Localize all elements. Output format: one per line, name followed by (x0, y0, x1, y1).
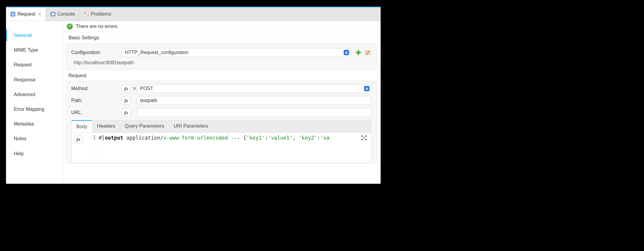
request-section: Method: fx ⵌ Path: fx ⵌ URL: fx (66, 81, 377, 163)
sidebar-item-label: Metadata (14, 121, 34, 126)
code-token: 'key1' (246, 135, 265, 141)
main-body: General MIME Type Request Response Advan… (6, 21, 381, 184)
code-token: application/ (123, 135, 163, 141)
basic-settings-section: Configuration: (66, 44, 377, 70)
status-bar: ✓ There are no errors. (63, 21, 379, 32)
svg-point-12 (366, 135, 367, 137)
code-token: #[ (99, 135, 105, 141)
status-text: There are no errors. (76, 24, 118, 29)
request-subtabs: Body Headers Query Parameters URI Parame… (71, 120, 371, 132)
subtab-query-parameters[interactable]: Query Parameters (120, 120, 169, 132)
fx-button[interactable]: fx (122, 108, 131, 117)
svg-rect-4 (84, 12, 88, 16)
add-icon[interactable] (355, 49, 362, 56)
editor-left-gutter: fx (72, 133, 85, 163)
path-input[interactable] (137, 96, 371, 105)
top-tab-bar: Request ✕ Console Problems (6, 8, 381, 21)
tab-request-label: Request (17, 11, 35, 17)
svg-rect-8 (356, 52, 361, 53)
sidebar-item-label: Error Mapping (14, 107, 44, 112)
sidebar-item-request[interactable]: Request (6, 59, 63, 71)
code-token: : (265, 135, 268, 141)
main-panel: ✓ There are no errors. Basic Settings Co… (63, 21, 381, 184)
tab-request[interactable]: Request ✕ (6, 8, 46, 21)
fx-button[interactable]: fx (122, 84, 131, 93)
sidebar-item-response[interactable]: Response (6, 74, 63, 86)
line-number-gutter: 1 (85, 133, 96, 163)
console-icon (50, 11, 56, 17)
sidebar-item-notes[interactable]: Notes (6, 133, 63, 144)
sidebar-item-advanced[interactable]: Advanced (6, 89, 63, 100)
close-icon[interactable]: ✕ (38, 12, 41, 17)
subtab-label: Headers (97, 123, 115, 129)
body-editor: fx 1 #[output application/x-www-form-url… (71, 132, 371, 163)
tab-console[interactable]: Console (46, 8, 80, 21)
sidebar-item-label: Help (14, 151, 24, 156)
problems-icon (84, 11, 89, 17)
basic-settings-title: Basic Settings (69, 35, 379, 41)
code-token: , (293, 135, 299, 141)
globe-icon (10, 11, 16, 17)
sidebar-item-label: Advanced (14, 92, 35, 97)
sidebar-item-label: General (14, 33, 32, 38)
sidebar-item-label: MIME Type (14, 47, 38, 53)
line-number: 1 (85, 135, 96, 141)
code-editor[interactable]: #[output application/x-www-form-urlencod… (96, 133, 357, 163)
map-icon[interactable] (361, 135, 367, 141)
svg-point-10 (361, 135, 363, 137)
svg-point-5 (85, 13, 86, 14)
subtab-label: Query Parameters (125, 123, 164, 129)
sidebar-item-general[interactable]: General (6, 29, 63, 41)
sidebar-item-metadata[interactable]: Metadata (6, 118, 63, 130)
svg-point-6 (87, 14, 88, 16)
fx-button[interactable]: fx (74, 135, 83, 144)
svg-point-11 (361, 139, 363, 140)
path-label: Path: (71, 98, 122, 103)
subtab-body[interactable]: Body (72, 120, 92, 132)
edit-icon[interactable] (365, 49, 371, 56)
path-row: Path: fx ⵌ (71, 96, 371, 105)
tab-problems-label: Problems (91, 11, 111, 17)
request-section-title: Request (69, 73, 379, 78)
subtab-label: URI Parameters (174, 123, 208, 129)
sidebar-item-error-mapping[interactable]: Error Mapping (6, 103, 63, 115)
svg-point-13 (366, 139, 367, 140)
sidebar: General MIME Type Request Response Advan… (6, 21, 63, 184)
configuration-select[interactable] (122, 48, 351, 57)
tab-console-label: Console (57, 11, 75, 17)
url-input[interactable] (137, 108, 371, 117)
code-token: 'value1' (268, 135, 293, 141)
code-token: : (317, 135, 320, 141)
tab-problems[interactable]: Problems (79, 8, 115, 21)
sidebar-item-label: Request (14, 62, 32, 67)
code-token: 'key2' (299, 135, 317, 141)
subtab-uri-parameters[interactable]: URI Parameters (169, 120, 213, 132)
method-select[interactable] (137, 84, 371, 93)
expression-marker-icon: ⵌ (133, 86, 136, 91)
code-token: 'va (320, 135, 330, 141)
svg-rect-3 (51, 13, 55, 16)
configuration-label: Configuration: (71, 50, 122, 55)
method-label: Method: (71, 86, 122, 91)
editor-right-gutter (357, 133, 371, 163)
sidebar-item-mime-type[interactable]: MIME Type (6, 44, 63, 56)
check-icon: ✓ (67, 23, 73, 29)
method-row: Method: fx ⵌ (71, 84, 371, 93)
url-row: URL: fx ⵌ (71, 108, 371, 117)
sidebar-item-label: Notes (14, 136, 26, 141)
configuration-value[interactable] (122, 48, 351, 57)
code-token: output (105, 135, 123, 141)
app-window: Request ✕ Console Problems (6, 7, 381, 184)
sidebar-item-help[interactable]: Help (6, 148, 63, 159)
configuration-row: Configuration: (71, 48, 371, 57)
config-action-icons (355, 49, 371, 56)
url-preview: http://localhost:8081testpath (71, 60, 371, 65)
code-token: --- { (228, 135, 246, 141)
code-token: x-www-form-urlencoded (163, 135, 228, 141)
subtab-headers[interactable]: Headers (92, 120, 120, 132)
url-label: URL: (71, 110, 122, 115)
fx-button[interactable]: fx (122, 96, 131, 105)
method-value[interactable] (137, 84, 371, 93)
subtab-label: Body (76, 124, 87, 129)
sidebar-item-label: Response (14, 77, 35, 82)
